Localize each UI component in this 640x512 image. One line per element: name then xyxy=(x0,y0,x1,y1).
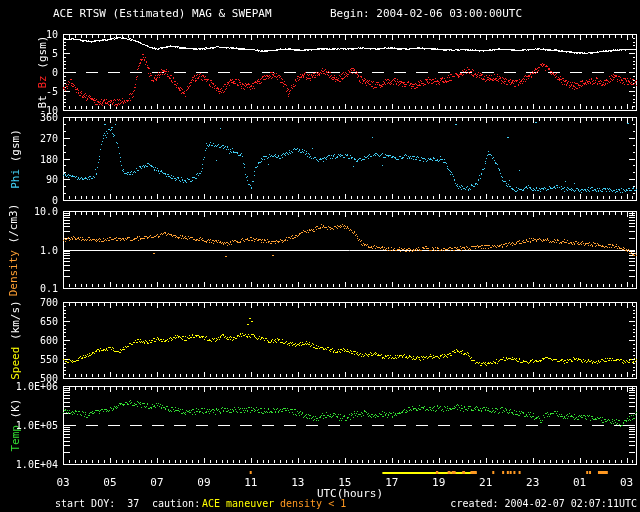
start-doy-label: start DOY: 37 xyxy=(55,498,139,509)
ace-rtsw-plot: ACE RTSW (Estimated) MAG & SWEPAM Begin:… xyxy=(0,0,640,512)
y-tick-label: -5 xyxy=(6,86,58,97)
plot-canvas xyxy=(0,0,640,512)
x-tick-label: 19 xyxy=(424,476,454,489)
x-tick-label: 03 xyxy=(612,476,640,489)
y-tick-label: 0.1 xyxy=(6,283,58,294)
y-tick-label: 5 xyxy=(6,48,58,59)
y-tick-label: 10.0 xyxy=(6,206,58,217)
y-tick-label: 1.0E+04 xyxy=(6,459,58,470)
x-tick-label: 07 xyxy=(142,476,172,489)
y-tick-label: 1.0E+05 xyxy=(6,420,58,431)
caution-density-label: density < 1 xyxy=(280,498,346,509)
x-tick-label: 01 xyxy=(565,476,595,489)
y-tick-label: 180 xyxy=(6,153,58,164)
y-tick-label: 550 xyxy=(6,354,58,365)
created-timestamp: created: 2004-02-07 02:07:11UTC xyxy=(450,498,637,509)
y-tick-label: 700 xyxy=(6,297,58,308)
caution-label: caution: xyxy=(152,498,200,509)
y-tick-label: 270 xyxy=(6,132,58,143)
y-tick-label: 0 xyxy=(6,195,58,206)
ylabel-segment: (K) xyxy=(9,399,22,419)
y-tick-label: 10 xyxy=(6,29,58,40)
y-tick-label: 600 xyxy=(6,335,58,346)
caution-maneuver-label: ACE maneuver xyxy=(202,498,274,509)
x-tick-label: 09 xyxy=(189,476,219,489)
y-tick-label: 90 xyxy=(6,174,58,185)
y-tick-label: 0 xyxy=(6,67,58,78)
page-title: ACE RTSW (Estimated) MAG & SWEPAM xyxy=(53,7,272,20)
y-tick-label: 1.0 xyxy=(6,244,58,255)
x-tick-label: 05 xyxy=(95,476,125,489)
y-tick-label: 360 xyxy=(6,112,58,123)
x-tick-label: 23 xyxy=(518,476,548,489)
x-tick-label: 03 xyxy=(48,476,78,489)
x-tick-label: 11 xyxy=(236,476,266,489)
y-tick-label: 650 xyxy=(6,316,58,327)
begin-timestamp: Begin: 2004-02-06 03:00:00UTC xyxy=(330,7,522,20)
x-tick-label: 21 xyxy=(471,476,501,489)
y-tick-label: 1.0E+06 xyxy=(6,381,58,392)
